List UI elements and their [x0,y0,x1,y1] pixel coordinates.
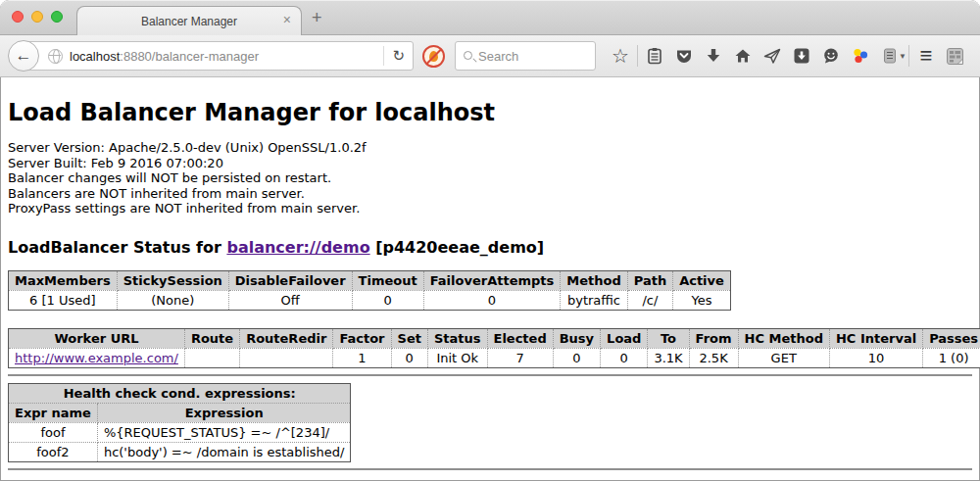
home-button[interactable] [728,42,758,70]
cell: hc('body') =~ /domain is established/ [97,442,351,461]
column-header: Status [427,328,487,348]
cell: /c/ [627,290,672,310]
cell[interactable]: http://www.example.com/ [9,348,185,367]
column-header: Elected [487,328,553,348]
cell: foof2 [9,442,98,461]
search-input[interactable] [478,49,576,64]
paper-plane-icon [763,47,781,65]
extension-grid-button[interactable] [941,42,970,70]
cell: 1 (0) [923,348,980,367]
table-row: foof%{REQUEST_STATUS} =~ /^[234]/ [9,422,351,442]
column-header: From [689,328,738,348]
back-button[interactable]: ← [8,40,39,72]
column-header: Load [601,328,648,348]
grid-page-icon [946,47,964,66]
boxed-arrow-icon [793,47,810,65]
cell: Off [228,290,352,310]
zoom-window-button[interactable] [51,11,63,23]
hamburger-icon: ≡ [920,45,933,67]
table-row: foof2hc('body') =~ /domain is establishe… [9,442,351,461]
close-window-button[interactable] [12,11,24,23]
column-header: Factor [333,328,391,348]
cell: %{REQUEST_STATUS} =~ /^[234]/ [97,422,351,442]
clipboard-icon [646,47,663,65]
column-header: Set [391,328,427,348]
menu-button[interactable]: ≡ [911,42,941,70]
navigation-toolbar: ← localhost:8880/balancer-manager ↻ ☆ [0,35,980,77]
column-header: Passes [923,328,980,348]
divider [8,374,972,376]
persist-note-line: Balancer changes will NOT be persisted o… [8,170,972,186]
url-bar[interactable]: localhost:8880/balancer-manager ↻ [24,41,414,71]
column-header: Timeout [352,270,423,290]
cell: 0 [391,348,427,367]
browser-window: Balancer Manager × + ← localhost:8880/ba… [0,0,980,481]
column-header: Method [561,270,627,290]
list-panel-icon [883,47,897,65]
server-built-line: Server Built: Feb 9 2016 07:00:20 [8,156,972,171]
new-tab-button[interactable]: + [312,8,322,28]
search-bar[interactable] [455,41,596,71]
pocket-button[interactable] [669,42,699,70]
colored-dots-icon [852,47,869,65]
cell: 10 [829,348,922,367]
cell: bytraffic [561,290,627,310]
worker-url-link[interactable]: http://www.example.com/ [15,351,178,365]
extension-download-button[interactable] [787,42,816,70]
loadbalancer-status-heading: LoadBalancer Status for balancer://demo … [8,238,972,257]
divider [8,468,972,470]
cell: 0 [553,348,600,367]
column-header: Busy [553,328,600,348]
cell: 0 [601,348,648,367]
minimize-window-button[interactable] [31,11,43,23]
column-header: Active [673,270,731,290]
cell: 6 [1 Used] [9,290,118,310]
chevron-down-icon[interactable]: ▼ [899,52,906,61]
cell [240,348,333,367]
cell: GET [738,348,829,367]
page-content: Load Balancer Manager for localhost Serv… [0,77,980,470]
table-row: http://www.example.com/10Init Ok7003.1K2… [9,348,980,367]
column-header: StickySession [117,270,228,290]
cell: foof [9,422,98,442]
reading-list-button[interactable] [640,42,669,70]
balancer-demo-link[interactable]: balancer://demo [226,238,369,257]
star-icon: ☆ [612,46,629,66]
bookmark-star-button[interactable]: ☆ [606,42,635,70]
feedback-button[interactable] [816,42,846,70]
balancer-status-table: MaxMembersStickySessionDisableFailoverTi… [8,270,731,311]
cell: 1 [333,348,391,367]
smiley-bubble-icon [822,47,840,65]
tab-close-icon[interactable]: × [283,12,291,27]
column-header: Path [627,270,672,290]
search-icon [464,51,472,60]
column-header: HC Method [738,328,829,348]
cell [184,348,239,367]
proxypass-note-line: ProxyPass settings are NOT inherited fro… [8,201,972,216]
reload-button[interactable]: ↻ [392,47,405,65]
toolbar-buttons: ☆ [606,42,970,70]
back-arrow-icon: ← [16,46,32,66]
pocket-icon [675,47,693,65]
extension-colordots-button[interactable] [846,42,875,70]
cell: (None) [117,290,228,310]
globe-icon [48,49,63,64]
column-header: Expression [97,403,351,422]
server-version-line: Server Version: Apache/2.5.0-dev (Unix) … [8,140,972,156]
cell: 0 [352,290,423,310]
column-header: HC Interval [829,328,922,348]
page-title: Load Balancer Manager for localhost [8,99,972,126]
column-header: Expr name [9,403,98,422]
worker-table: Worker URLRouteRouteRedirFactorSetStatus… [8,328,980,368]
cell: Yes [673,290,731,310]
column-header: DisableFailover [228,270,352,290]
home-icon [734,47,752,65]
blocked-plugin-icon[interactable] [422,45,445,68]
column-header: Worker URL [9,328,185,348]
downloads-button[interactable] [699,42,728,70]
tab-balancer-manager[interactable]: Balancer Manager × [76,6,302,35]
send-tab-button[interactable] [758,42,787,70]
column-header: MaxMembers [9,270,118,290]
table-row: 6 [1 Used](None)Off00bytraffic/c/Yes [9,290,731,310]
health-check-table: Health check cond. expressions: Expr nam… [8,383,351,462]
